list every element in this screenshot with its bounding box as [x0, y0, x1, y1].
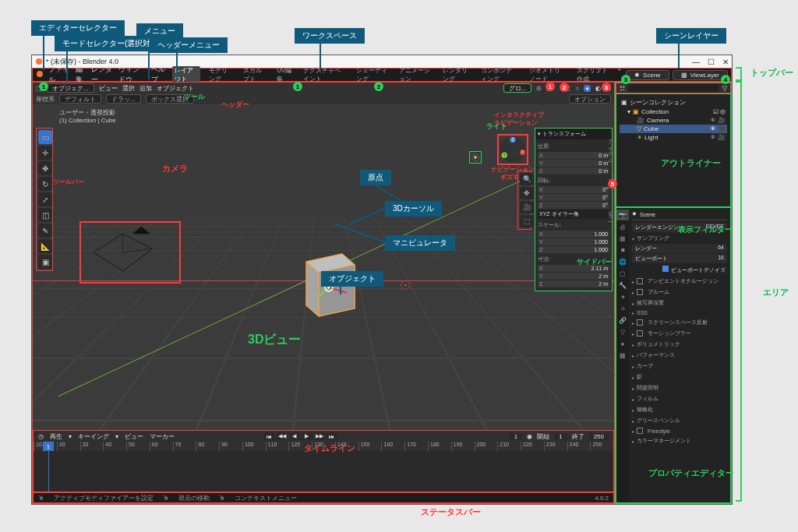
- mode-dropdown[interactable]: オブジェク...: [47, 83, 94, 93]
- prop-tab-modifier-icon[interactable]: 🔧: [616, 280, 629, 291]
- ws-sculpt[interactable]: スカルプト: [241, 66, 269, 83]
- zoom-icon[interactable]: 🔍: [520, 173, 534, 185]
- prop-sec-indirect[interactable]: 間接照明: [632, 382, 727, 393]
- prop-tab-particle-icon[interactable]: ✦: [616, 291, 629, 302]
- shading-wire-icon[interactable]: ○: [575, 85, 579, 92]
- tree-scene-collection[interactable]: ▣ シーンコレクション: [620, 97, 727, 107]
- tool-transform-icon[interactable]: ◫: [38, 208, 52, 222]
- prop-sec-performance[interactable]: パフォーマンス: [632, 350, 727, 361]
- rot-y[interactable]: Y0°: [538, 194, 609, 201]
- ws-shading[interactable]: シェーディング: [354, 66, 390, 83]
- scale-y[interactable]: Y1.000: [538, 238, 609, 245]
- ws-script[interactable]: スクリプト作成: [574, 66, 611, 83]
- outliner-search[interactable]: [628, 84, 719, 92]
- ws-anim[interactable]: アニメーション: [397, 66, 433, 83]
- nav-gizmo[interactable]: Z X Y: [497, 134, 528, 165]
- prop-sec-simplify[interactable]: 簡略化: [632, 404, 727, 415]
- tl-menu-play[interactable]: 再生: [50, 432, 62, 441]
- drag-dropdown[interactable]: ドラッ...: [106, 94, 141, 104]
- cursor-3d[interactable]: [401, 280, 410, 290]
- ws-uv[interactable]: UV編集: [274, 66, 295, 83]
- prop-sec-volumetric[interactable]: ボリュメトリック: [632, 339, 727, 350]
- camera-view-icon[interactable]: 🎥: [520, 201, 534, 213]
- orientation-dropdown[interactable]: デフォルト: [59, 94, 101, 104]
- prop-tab-output-icon[interactable]: 🖨: [616, 221, 629, 232]
- options-dropdown[interactable]: オプション: [569, 94, 611, 104]
- playhead[interactable]: 1: [43, 442, 54, 451]
- n-panel-header[interactable]: ▾ トランスフォーム: [535, 129, 612, 139]
- tool-move-icon[interactable]: ✥: [38, 161, 52, 175]
- max-icon[interactable]: ☐: [708, 58, 715, 66]
- prop-sec-shadow[interactable]: 影: [632, 372, 727, 382]
- tool-cursor-icon[interactable]: ✛: [38, 146, 52, 160]
- tree-collection[interactable]: ▾ ▣ Collection ☑ ◎: [620, 107, 727, 116]
- prop-tab-material-icon[interactable]: ●: [616, 338, 629, 349]
- pan-icon[interactable]: ✥: [520, 187, 534, 199]
- prop-tab-physics-icon[interactable]: ⚛: [616, 303, 629, 314]
- jump-end-icon[interactable]: ⏭: [327, 432, 337, 440]
- scene-dropdown[interactable]: ✸ Scene: [626, 70, 669, 80]
- tab-item[interactable]: アイテム: [606, 136, 614, 160]
- prop-sec-colormgmt[interactable]: カラーマネージメント: [632, 435, 727, 446]
- prop-tab-world-icon[interactable]: 🌐: [616, 256, 629, 267]
- ws-modeling[interactable]: モデリング: [207, 66, 235, 83]
- viewport-samples[interactable]: ビューポート16: [632, 254, 727, 263]
- tl-menu-keying[interactable]: キーイング: [78, 432, 109, 441]
- loc-y[interactable]: Y0 m: [538, 160, 609, 167]
- play-rev-icon[interactable]: ◀: [289, 432, 300, 440]
- timeline-editor-icon[interactable]: ◷: [38, 433, 44, 440]
- tab-view[interactable]: ビュー: [606, 206, 614, 218]
- outliner-icon[interactable]: ☷: [620, 85, 625, 92]
- outliner-body[interactable]: ▣ シーンコレクション ▾ ▣ Collection ☑ ◎ 🎥 Camera …: [616, 93, 731, 207]
- start-frame[interactable]: 1: [554, 433, 567, 440]
- prop-sec-sss[interactable]: SSS: [632, 308, 727, 317]
- shading-solid-icon[interactable]: ●: [584, 85, 591, 92]
- tree-cube[interactable]: ▽ Cube 👁 🎥: [620, 125, 727, 133]
- next-key-icon[interactable]: ▶▶: [314, 432, 325, 440]
- timeline-body[interactable]: [34, 451, 613, 491]
- scale-x[interactable]: X1.000: [538, 231, 609, 238]
- vh-menu-select[interactable]: 選択: [122, 84, 135, 93]
- prop-sec-ssr[interactable]: スクリーンスペース反射: [632, 317, 727, 328]
- global-dropdown[interactable]: グロ...: [503, 83, 532, 93]
- blender-logo-icon[interactable]: [36, 70, 44, 79]
- ws-geonodes[interactable]: ジオメトリノード: [527, 66, 568, 83]
- light-object[interactable]: [469, 151, 482, 164]
- vh-menu-add[interactable]: 追加: [139, 84, 152, 93]
- tl-menu-view[interactable]: ビュー: [125, 432, 143, 441]
- loc-x[interactable]: X0 m: [538, 152, 609, 159]
- rot-z[interactable]: Z0°: [538, 202, 609, 209]
- viewlayer-dropdown[interactable]: ▦ ViewLayer: [673, 70, 728, 80]
- autokey-icon[interactable]: ◉: [527, 433, 532, 440]
- ws-texpaint[interactable]: テクスチャペイント: [301, 66, 347, 83]
- prop-sec-freestyle[interactable]: Freestyle: [632, 426, 727, 435]
- prop-tab-viewlayer-icon[interactable]: ▦: [616, 233, 629, 244]
- play-icon[interactable]: ▶: [302, 432, 312, 440]
- tool-select-icon[interactable]: ▭: [38, 130, 52, 144]
- filter-icon[interactable]: ▽: [722, 85, 727, 92]
- render-samples[interactable]: レンダー64: [632, 244, 727, 253]
- jump-start-icon[interactable]: ⏮: [264, 432, 275, 440]
- prop-tab-object-icon[interactable]: ▢: [616, 268, 629, 279]
- vh-menu-object[interactable]: オブジェクト: [157, 84, 194, 93]
- rot-x[interactable]: X0°: [538, 186, 609, 193]
- tree-camera[interactable]: 🎥 Camera 👁 🎥: [620, 116, 727, 125]
- prop-sec-film[interactable]: フィルム: [632, 393, 727, 404]
- prop-sec-dof[interactable]: 被写界深度: [632, 298, 727, 308]
- loc-z[interactable]: Z0 m: [538, 167, 609, 174]
- tool-annotate-icon[interactable]: ✎: [38, 224, 52, 238]
- prop-sec-curves[interactable]: カーブ: [632, 361, 727, 372]
- tool-rotate-icon[interactable]: ↻: [38, 177, 52, 191]
- end-frame[interactable]: 250: [589, 433, 609, 440]
- prev-key-icon[interactable]: ◀◀: [277, 432, 288, 440]
- prop-sec-ao[interactable]: アンビエントオクルージョン: [632, 276, 727, 287]
- ws-comp[interactable]: コンポジティング: [478, 66, 520, 83]
- tool-measure-icon[interactable]: 📐: [38, 239, 52, 253]
- prop-sec-motionblur[interactable]: モーションブラー: [632, 328, 727, 339]
- prop-tab-data-icon[interactable]: ▽: [616, 326, 629, 337]
- tl-menu-marker[interactable]: マーカー: [150, 432, 175, 441]
- shading-material-icon[interactable]: ◐: [595, 85, 601, 92]
- min-icon[interactable]: —: [692, 58, 700, 66]
- prop-tab-scene-icon[interactable]: ✸: [616, 245, 629, 255]
- prop-tab-texture-icon[interactable]: ▩: [616, 350, 629, 361]
